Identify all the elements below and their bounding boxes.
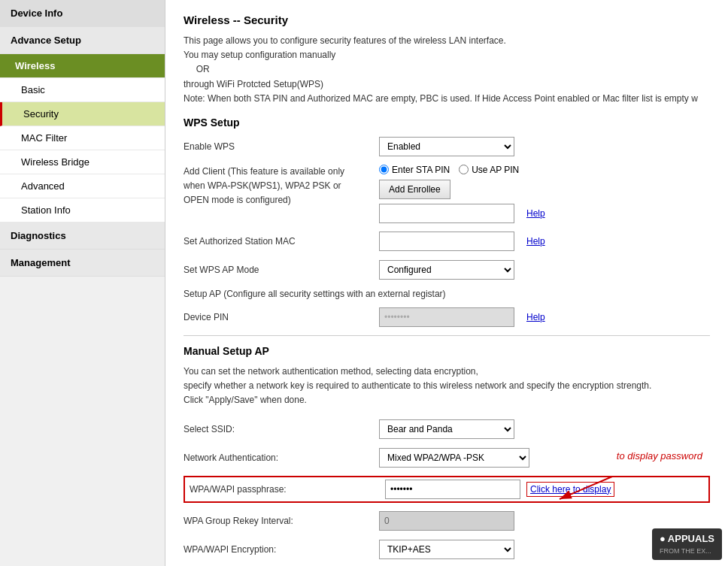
sta-pin-radio[interactable]: [379, 165, 389, 174]
authorized-mac-row: Set Authorized Station MAC Help: [184, 231, 710, 252]
group-rekey-row: WPA Group Rekey Interval:: [184, 510, 710, 531]
sidebar-item-device-info[interactable]: Device Info: [0, 0, 165, 27]
enable-wps-control: Enabled Disabled: [379, 137, 514, 156]
enable-wps-label: Enable WPS: [184, 141, 379, 152]
add-client-row: Add Client (This feature is available on…: [184, 165, 710, 223]
annotation-arrow: [552, 469, 627, 507]
manual-setup-title: Manual Setup AP: [184, 345, 710, 357]
wps-ap-mode-control: Configured Unconfigured: [379, 260, 514, 280]
network-auth-label: Network Authentication:: [184, 452, 379, 463]
device-pin-row: Device PIN Help: [184, 307, 710, 328]
sidebar-item-advance-setup[interactable]: Advance Setup: [0, 27, 165, 54]
network-auth-select[interactable]: Mixed WPA2/WPA -PSK WPA-PSK WPA2-PSK Ope…: [379, 448, 529, 468]
ap-pin-radio[interactable]: [459, 165, 469, 174]
page-description: This page allows you to configure securi…: [184, 34, 710, 106]
page-title: Wireless -- Security: [184, 14, 710, 26]
sidebar-item-advanced[interactable]: Advanced: [0, 174, 165, 198]
select-ssid-control: Bear and Panda: [379, 419, 514, 439]
main-content: Wireless -- Security This page allows yo…: [165, 0, 728, 566]
add-client-label: Add Client (This feature is available on…: [184, 165, 379, 208]
encryption-select[interactable]: TKIP+AES TKIP AES: [379, 540, 514, 559]
section-divider: [184, 335, 710, 336]
add-client-controls: Enter STA PIN Use AP PIN Add Enrollee He…: [379, 165, 545, 223]
authorized-mac-label: Set Authorized Station MAC: [184, 236, 379, 247]
wps-ap-mode-select[interactable]: Configured Unconfigured: [379, 260, 514, 280]
sidebar-item-wireless[interactable]: Wireless: [0, 54, 165, 78]
sidebar-item-wireless-bridge[interactable]: Wireless Bridge: [0, 150, 165, 174]
sta-pin-help-link[interactable]: Help: [526, 208, 545, 219]
device-pin-label: Device PIN: [184, 312, 379, 322]
ssid-select[interactable]: Bear and Panda: [379, 419, 514, 439]
authorized-mac-help-link[interactable]: Help: [526, 236, 545, 247]
sidebar-item-station-info[interactable]: Station Info: [0, 198, 165, 222]
annotation-text: to display password: [617, 450, 702, 462]
sidebar-item-security[interactable]: Security: [0, 102, 165, 126]
annotation-box: to display password: [617, 450, 702, 462]
group-rekey-input[interactable]: [379, 511, 514, 531]
select-ssid-label: Select SSID:: [184, 424, 379, 434]
wps-setup-title: WPS Setup: [184, 117, 710, 129]
passphrase-input[interactable]: [385, 480, 520, 499]
encryption-row: WPA/WAPI Encryption: TKIP+AES TKIP AES: [184, 539, 710, 560]
manual-setup-description: You can set the network authentication m…: [184, 365, 710, 408]
sidebar: Device Info Advance Setup Wireless Basic…: [0, 0, 165, 566]
enable-wps-select[interactable]: Enabled Disabled: [379, 137, 514, 156]
select-ssid-row: Select SSID: Bear and Panda: [184, 419, 710, 440]
sta-pin-input[interactable]: [379, 204, 514, 223]
sidebar-item-diagnostics[interactable]: Diagnostics: [0, 222, 165, 250]
appuals-logo-text: ● APPUALS: [660, 533, 714, 544]
setup-ap-description: Setup AP (Configure all security setting…: [184, 288, 710, 299]
sidebar-item-basic[interactable]: Basic: [0, 78, 165, 102]
appuals-tagline: FROM THE EX...: [660, 547, 711, 555]
authorized-mac-input[interactable]: [379, 232, 514, 251]
passphrase-row: WPA/WAPI passphrase: Click here to displ…: [184, 476, 710, 503]
enable-wps-row: Enable WPS Enabled Disabled: [184, 136, 710, 157]
sidebar-item-management[interactable]: Management: [0, 250, 165, 277]
device-pin-help-link[interactable]: Help: [526, 312, 545, 322]
sidebar-item-mac-filter[interactable]: MAC Filter: [0, 126, 165, 150]
group-rekey-label: WPA Group Rekey Interval:: [184, 516, 379, 526]
add-enrollee-button[interactable]: Add Enrollee: [379, 180, 450, 199]
sta-pin-radio-label[interactable]: Enter STA PIN: [379, 165, 450, 175]
device-pin-input[interactable]: [379, 307, 514, 327]
authorized-mac-control: Help: [379, 232, 545, 251]
pin-radio-group: Enter STA PIN Use AP PIN: [379, 165, 545, 175]
group-rekey-control: [379, 511, 514, 531]
svg-line-1: [560, 477, 612, 499]
passphrase-label: WPA/WAPI passphrase:: [190, 484, 385, 495]
wps-ap-mode-row: Set WPS AP Mode Configured Unconfigured: [184, 259, 710, 280]
wps-ap-mode-label: Set WPS AP Mode: [184, 265, 379, 275]
encryption-control: TKIP+AES TKIP AES: [379, 540, 514, 559]
device-pin-control: Help: [379, 307, 545, 327]
network-auth-control: Mixed WPA2/WPA -PSK WPA-PSK WPA2-PSK Ope…: [379, 448, 529, 468]
ap-pin-radio-label[interactable]: Use AP PIN: [459, 165, 519, 175]
appuals-logo-container: ● APPUALS FROM THE EX...: [652, 528, 722, 560]
encryption-label: WPA/WAPI Encryption:: [184, 544, 379, 555]
